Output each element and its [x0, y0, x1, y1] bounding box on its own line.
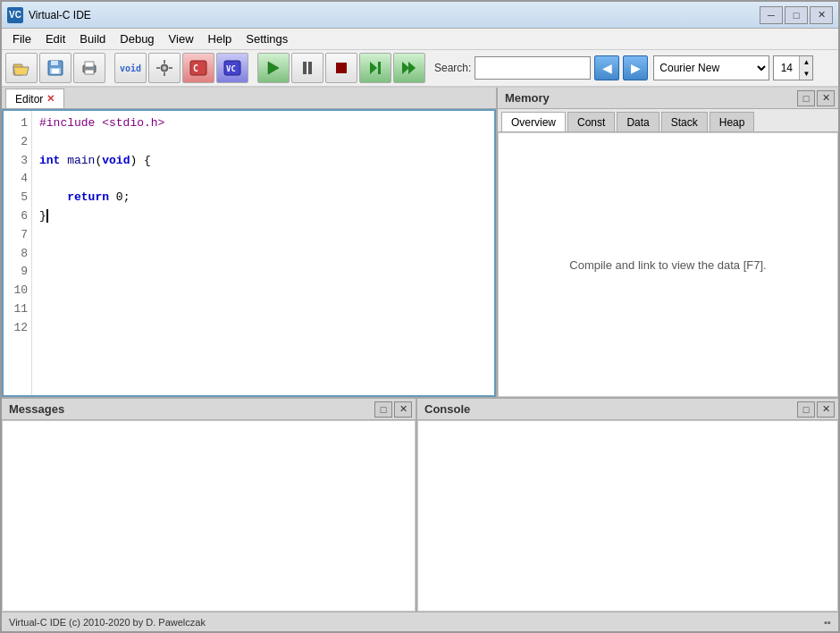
svg-rect-14 [169, 67, 172, 69]
console-body [417, 420, 838, 612]
svg-point-8 [92, 67, 95, 70]
status-text: Virtual-C IDE (c) 2010-2020 by D. Pawelc… [9, 617, 206, 628]
svg-point-10 [163, 66, 166, 70]
link-icon: VC [223, 60, 241, 76]
memory-close-button[interactable]: ✕ [817, 90, 835, 106]
stop-button[interactable] [325, 53, 357, 83]
console-panel-title: Console [421, 402, 797, 416]
console-panel-controls: □ ✕ [797, 401, 835, 418]
app-icon: VC [7, 7, 23, 23]
messages-close-button[interactable]: ✕ [394, 401, 412, 418]
editor-tab-label: Editor [15, 93, 43, 106]
menu-help[interactable]: Help [201, 29, 239, 49]
memory-tab-heap[interactable]: Heap [710, 112, 755, 131]
memory-tab-overview[interactable]: Overview [501, 112, 566, 131]
code-content[interactable]: #include <stdio.h> int main(void) { retu… [32, 111, 494, 395]
memory-panel-header: Memory □ ✕ [498, 88, 838, 109]
settings-icon [155, 59, 173, 77]
status-right: ▪▪ [824, 617, 831, 628]
console-panel-header: Console □ ✕ [417, 399, 838, 420]
svg-rect-4 [52, 69, 59, 73]
compile-icon: C [189, 60, 207, 76]
save-button[interactable] [39, 53, 71, 83]
compile-button[interactable]: C [182, 53, 214, 83]
messages-panel-controls: □ ✕ [374, 401, 412, 418]
svg-rect-24 [378, 62, 381, 74]
maximize-button[interactable]: □ [785, 6, 808, 24]
svg-rect-13 [156, 67, 160, 69]
console-panel: Console □ ✕ [417, 399, 838, 612]
memory-panel-controls: □ ✕ [797, 90, 835, 106]
font-size-input[interactable] [774, 56, 799, 80]
save-icon [47, 60, 63, 76]
step-into-icon [401, 61, 417, 75]
search-next-button[interactable]: ▶ [623, 55, 648, 80]
step-over-icon [369, 61, 382, 75]
settings-button[interactable] [148, 53, 181, 83]
minimize-button[interactable]: ─ [760, 6, 783, 24]
search-label: Search: [434, 62, 471, 74]
svg-rect-6 [85, 62, 94, 67]
svg-marker-26 [408, 62, 416, 74]
font-size-group: ▲ ▼ [773, 55, 813, 80]
statusbar: Virtual-C IDE (c) 2010-2020 by D. Pawelc… [2, 612, 838, 631]
svg-rect-12 [164, 72, 165, 76]
memory-tab-data[interactable]: Data [617, 112, 659, 131]
step-into-button[interactable] [393, 53, 425, 83]
console-expand-button[interactable]: □ [797, 401, 815, 418]
svg-marker-25 [402, 62, 409, 74]
menu-debug[interactable]: Debug [113, 29, 161, 49]
messages-panel-header: Messages □ ✕ [2, 399, 416, 420]
link-button[interactable]: VC [216, 53, 248, 83]
close-button[interactable]: ✕ [810, 6, 833, 24]
console-close-button[interactable]: ✕ [817, 401, 835, 418]
memory-panel-title: Memory [501, 91, 797, 105]
memory-tab-stack[interactable]: Stack [661, 112, 708, 131]
messages-body [2, 420, 416, 612]
svg-rect-7 [85, 70, 94, 74]
menu-build[interactable]: Build [72, 29, 113, 49]
app-title: Virtual-C IDE [29, 9, 760, 21]
code-editor[interactable]: 1 2 3 4 5 6 7 8 9 10 11 12 #include <std… [2, 109, 496, 397]
window-controls: ─ □ ✕ [760, 6, 833, 24]
menu-file[interactable]: File [5, 29, 38, 49]
run-icon [267, 61, 280, 75]
svg-rect-2 [51, 61, 58, 65]
open-icon [13, 60, 30, 76]
menu-edit[interactable]: Edit [38, 29, 72, 49]
search-prev-button[interactable]: ◀ [594, 55, 619, 80]
step-over-button[interactable] [359, 53, 391, 83]
svg-text:VC: VC [226, 64, 236, 73]
menu-view[interactable]: View [162, 29, 201, 49]
messages-panel: Messages □ ✕ [2, 399, 417, 612]
memory-body: Compile and link to view the data [F7]. [498, 132, 838, 397]
menubar: File Edit Build Debug View Help Settings [2, 29, 838, 50]
main-content: Editor ✕ 1 2 3 4 5 6 7 8 9 10 11 12 #inc… [2, 88, 838, 397]
svg-rect-22 [336, 63, 347, 73]
void-button[interactable]: void [114, 53, 147, 83]
toolbar: void C VC [2, 50, 838, 88]
font-size-up[interactable]: ▲ [800, 56, 812, 68]
stop-icon [335, 62, 348, 74]
memory-tab-const[interactable]: Const [567, 112, 615, 131]
search-input[interactable] [475, 56, 591, 80]
messages-panel-title: Messages [5, 402, 374, 416]
editor-tab-close[interactable]: ✕ [46, 93, 55, 105]
font-size-down[interactable]: ▼ [800, 68, 812, 80]
font-selector[interactable]: Courier New [653, 55, 769, 80]
svg-marker-23 [370, 62, 377, 74]
memory-empty-text: Compile and link to view the data [F7]. [569, 258, 766, 272]
run-button[interactable] [257, 53, 290, 83]
editor-panel: Editor ✕ 1 2 3 4 5 6 7 8 9 10 11 12 #inc… [2, 88, 498, 397]
messages-expand-button[interactable]: □ [374, 401, 392, 418]
menu-settings[interactable]: Settings [239, 29, 295, 49]
pause-button[interactable] [291, 53, 323, 83]
svg-text:C: C [193, 63, 198, 73]
open-button[interactable] [5, 53, 38, 83]
editor-tab[interactable]: Editor ✕ [5, 89, 64, 108]
memory-expand-button[interactable]: □ [797, 90, 815, 106]
titlebar: VC Virtual-C IDE ─ □ ✕ [2, 2, 838, 29]
print-icon [81, 60, 97, 76]
print-button[interactable] [73, 53, 105, 83]
memory-tabs: Overview Const Data Stack Heap [498, 109, 838, 132]
